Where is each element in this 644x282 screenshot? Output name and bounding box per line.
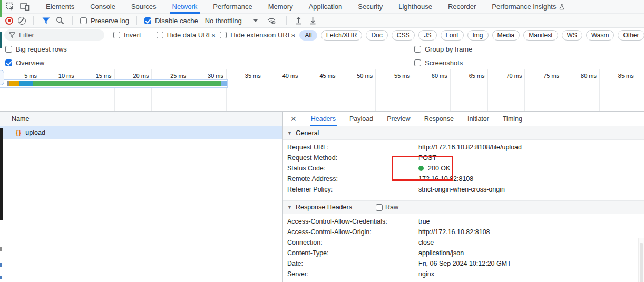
filter-type-media[interactable]: Media — [492, 30, 520, 41]
request-name: upload — [25, 129, 45, 136]
invert-label: Invert — [124, 31, 141, 39]
invert-checkbox[interactable]: Invert — [113, 31, 141, 39]
header-name: Access-Control-Allow-Credentials: — [287, 218, 418, 225]
clear-network-log-icon[interactable] — [18, 17, 26, 25]
fetch-xhr-icon: {} — [16, 129, 21, 136]
filter-type-doc[interactable]: Doc — [366, 30, 387, 41]
timeline-drag-handle[interactable] — [0, 70, 4, 85]
close-icon[interactable]: ✕ — [288, 115, 299, 123]
name-column-header[interactable]: Name — [0, 112, 282, 126]
filter-type-ws[interactable]: WS — [562, 30, 582, 41]
tab-security[interactable]: Security — [350, 0, 391, 14]
header-value-text: Fri, 06 Sep 2024 10:12:20 GMT — [418, 260, 511, 267]
timeline-tick-label: 80 ms — [581, 73, 599, 79]
filter-bar: Filter Invert Hide data URLs Hide extens… — [0, 28, 644, 42]
network-conditions-icon[interactable] — [267, 16, 276, 25]
main-tab-label: Performance — [213, 3, 252, 11]
group-by-frame-checkbox[interactable]: Group by frame — [414, 45, 472, 53]
header-value-text: http://172.16.10.82:8108 — [418, 228, 490, 236]
filter-input[interactable]: Filter — [4, 29, 104, 41]
response-header-rows: Access-Control-Allow-Credentials:trueAcc… — [283, 214, 644, 282]
request-table: Name {}upload — [0, 112, 282, 282]
checkbox-icon[interactable] — [5, 46, 12, 53]
timeline-tick-label: 5 ms — [24, 73, 40, 79]
search-icon[interactable] — [55, 16, 65, 25]
checkbox-icon[interactable] — [80, 17, 87, 24]
timeline-gridline — [375, 69, 376, 111]
filter-type-js[interactable]: JS — [418, 30, 436, 41]
import-har-icon[interactable] — [308, 16, 318, 25]
details-tab-timing[interactable]: Timing — [496, 112, 529, 126]
filter-type-img[interactable]: Img — [467, 30, 489, 41]
tab-elements[interactable]: Elements — [38, 0, 82, 14]
throttling-select[interactable]: No throttling — [205, 17, 258, 25]
preserve-log-checkbox[interactable]: Preserve log — [80, 17, 129, 25]
tab-console[interactable]: Console — [82, 0, 123, 14]
export-har-icon[interactable] — [294, 16, 304, 25]
hide-extension-urls-checkbox[interactable]: Hide extension URLs — [220, 31, 295, 39]
checkbox-icon[interactable] — [220, 32, 227, 38]
record-network-log-icon[interactable] — [5, 17, 13, 25]
checkbox-icon[interactable] — [144, 17, 151, 24]
waterfall-segment — [19, 81, 33, 86]
checkbox-icon[interactable] — [414, 46, 421, 53]
header-row: Transfer-Encoding:chunked — [283, 279, 644, 282]
scrollbar-thumb[interactable] — [640, 243, 643, 282]
header-value: http://172.16.10.82:8108 — [418, 228, 490, 236]
header-row: Access-Control-Allow-Origin:http://172.1… — [283, 227, 644, 237]
tab-network[interactable]: Network — [164, 0, 206, 14]
checkbox-icon[interactable] — [113, 32, 120, 38]
tab-recorder[interactable]: Recorder — [440, 0, 484, 14]
header-row: Date:Fri, 06 Sep 2024 10:12:20 GMT — [283, 258, 644, 269]
tab-performance-insights[interactable]: Performance insights — [484, 0, 573, 14]
divider — [136, 16, 137, 25]
details-scrollbar[interactable] — [638, 238, 644, 282]
details-tabs: HeadersPayloadPreviewResponseInitiatorTi… — [304, 112, 529, 126]
request-row-upload[interactable]: {}upload — [0, 126, 282, 139]
filter-type-font[interactable]: Font — [441, 30, 464, 41]
network-overview-timeline[interactable]: 5 ms10 ms15 ms20 ms25 ms30 ms35 ms40 ms4… — [0, 69, 644, 112]
overview-checkbox[interactable]: Overview — [5, 59, 44, 67]
details-tab-headers[interactable]: Headers — [304, 112, 343, 126]
header-row: Connection:close — [283, 237, 644, 248]
background-page-sliver-mark — [0, 247, 2, 251]
main-tab-label: Memory — [268, 3, 293, 11]
details-tab-response[interactable]: Response — [417, 112, 461, 126]
request-type-filters: AllFetch/XHRDocCSSJSFontImgMediaManifest… — [299, 30, 644, 41]
devtools-tab-bar: ElementsConsoleSourcesNetworkPerformance… — [0, 0, 644, 14]
screenshots-checkbox[interactable]: Screenshots — [414, 59, 463, 67]
big-request-rows-checkbox[interactable]: Big request rows — [5, 45, 67, 53]
response-headers-section-header[interactable]: ▼ Response Headers Raw — [283, 200, 644, 214]
tab-lighthouse[interactable]: Lighthouse — [391, 0, 440, 14]
waterfall-segment — [33, 81, 221, 86]
checkbox-icon[interactable] — [157, 32, 163, 38]
filter-type-manifest[interactable]: Manifest — [523, 30, 558, 41]
filter-type-css[interactable]: CSS — [392, 30, 415, 41]
background-page-sliver-teal — [0, 32, 2, 48]
filter-type-other[interactable]: Other — [618, 30, 644, 41]
tab-memory[interactable]: Memory — [260, 0, 301, 14]
details-tab-initiator[interactable]: Initiator — [461, 112, 496, 126]
checkbox-icon[interactable] — [5, 59, 12, 66]
filter-type-wasm[interactable]: Wasm — [586, 30, 614, 41]
inspect-element-icon[interactable] — [5, 2, 15, 12]
tab-performance[interactable]: Performance — [205, 0, 260, 14]
details-tab-preview[interactable]: Preview — [380, 112, 417, 126]
tab-application[interactable]: Application — [301, 0, 350, 14]
filter-type-all[interactable]: All — [299, 30, 317, 41]
filter-icon[interactable] — [41, 16, 51, 25]
hide-data-urls-label: Hide data URLs — [167, 31, 216, 39]
checkbox-icon[interactable] — [414, 59, 421, 66]
tab-sources[interactable]: Sources — [123, 0, 164, 14]
raw-headers-checkbox[interactable]: Raw — [376, 201, 398, 214]
header-value-text: nginx — [418, 270, 434, 278]
filter-type-fetch-xhr[interactable]: Fetch/XHR — [321, 30, 363, 41]
timeline-gridline — [413, 69, 413, 111]
general-section-header[interactable]: ▼ General — [283, 126, 644, 140]
disable-cache-checkbox[interactable]: Disable cache — [144, 17, 198, 25]
checkbox-icon[interactable] — [376, 204, 383, 211]
main-tab-label: Lighthouse — [398, 3, 432, 11]
device-toolbar-icon[interactable] — [20, 2, 30, 12]
details-tab-payload[interactable]: Payload — [343, 112, 380, 126]
hide-data-urls-checkbox[interactable]: Hide data URLs — [157, 31, 216, 39]
